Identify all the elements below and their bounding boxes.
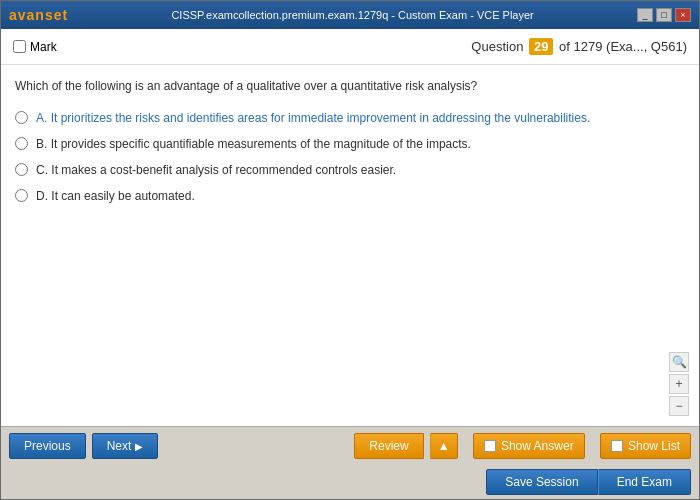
- end-exam-button[interactable]: End Exam: [598, 469, 691, 495]
- option-b: B. It provides specific quantifiable mea…: [15, 135, 685, 153]
- question-text: Which of the following is an advantage o…: [15, 77, 685, 95]
- title-bar: avanset CISSP.examcollection.premium.exa…: [1, 1, 699, 29]
- zoom-out-button[interactable]: −: [669, 396, 689, 416]
- question-number: 29: [529, 38, 553, 55]
- show-answer-checkbox-icon: [484, 440, 496, 452]
- window-controls: _ □ ×: [637, 8, 691, 22]
- save-session-button[interactable]: Save Session: [486, 469, 597, 495]
- show-list-label: Show List: [628, 439, 680, 453]
- mark-label: Mark: [30, 40, 57, 54]
- close-button[interactable]: ×: [675, 8, 691, 22]
- option-b-radio[interactable]: [15, 137, 28, 150]
- zoom-in-button[interactable]: +: [669, 374, 689, 394]
- previous-button[interactable]: Previous: [9, 433, 86, 459]
- review-button[interactable]: Review: [354, 433, 423, 459]
- next-label: Next: [107, 439, 132, 453]
- show-answer-label: Show Answer: [501, 439, 574, 453]
- bottom-row2: Save Session End Exam: [1, 465, 699, 499]
- review-dropdown-button[interactable]: ▲: [430, 433, 458, 459]
- option-b-text: B. It provides specific quantifiable mea…: [36, 135, 471, 153]
- zoom-controls: 🔍 + −: [669, 352, 689, 416]
- maximize-button[interactable]: □: [656, 8, 672, 22]
- option-d-text: D. It can easily be automated.: [36, 187, 195, 205]
- bottom-row1: Previous Next ▶ Review ▲ Show Answer Sho…: [1, 427, 699, 465]
- option-a-radio[interactable]: [15, 111, 28, 124]
- show-list-checkbox-icon: [611, 440, 623, 452]
- question-header: Mark Question 29 of 1279 (Exa..., Q561): [1, 29, 699, 65]
- previous-label: Previous: [24, 439, 71, 453]
- option-d: D. It can easily be automated.: [15, 187, 685, 205]
- question-info: Question 29 of 1279 (Exa..., Q561): [471, 38, 687, 55]
- show-list-button[interactable]: Show List: [600, 433, 691, 459]
- next-button[interactable]: Next ▶: [92, 433, 159, 459]
- option-a-text: A. It prioritizes the risks and identifi…: [36, 109, 590, 127]
- window-title: CISSP.examcollection.premium.exam.1279q …: [68, 9, 637, 21]
- next-arrow-icon: ▶: [135, 441, 143, 452]
- mark-section: Mark: [13, 40, 57, 54]
- logo: avanset: [9, 7, 68, 23]
- option-c: C. It makes a cost-benefit analysis of r…: [15, 161, 685, 179]
- option-c-text: C. It makes a cost-benefit analysis of r…: [36, 161, 396, 179]
- main-window: avanset CISSP.examcollection.premium.exa…: [0, 0, 700, 500]
- mark-checkbox[interactable]: [13, 40, 26, 53]
- save-session-label: Save Session: [505, 475, 578, 489]
- option-d-radio[interactable]: [15, 189, 28, 202]
- minimize-button[interactable]: _: [637, 8, 653, 22]
- search-icon[interactable]: 🔍: [669, 352, 689, 372]
- option-c-radio[interactable]: [15, 163, 28, 176]
- option-a: A. It prioritizes the risks and identifi…: [15, 109, 685, 127]
- end-exam-label: End Exam: [617, 475, 672, 489]
- show-answer-button[interactable]: Show Answer: [473, 433, 585, 459]
- title-bar-left: avanset: [9, 7, 68, 23]
- bottom-toolbar: Previous Next ▶ Review ▲ Show Answer Sho…: [1, 426, 699, 499]
- review-label: Review: [369, 439, 408, 453]
- main-content: Which of the following is an advantage o…: [1, 65, 699, 426]
